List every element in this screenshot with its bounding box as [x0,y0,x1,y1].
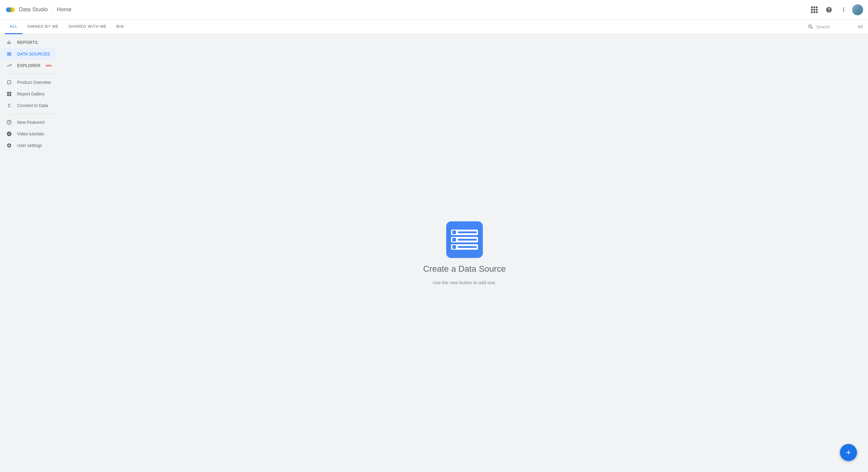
grid-apps-button[interactable] [808,4,820,16]
header: Data Studio Home [0,0,868,20]
sidebar-item-report-gallery-label: Report Gallery [17,92,44,96]
logo[interactable]: Data Studio [5,4,48,15]
sidebar-item-explorer-label: EXPLORER [17,63,40,68]
grid-view-icon [6,91,12,97]
empty-state-title: Create a Data Source [423,264,506,274]
empty-state-subtitle: Use the new button to add one. [433,280,496,285]
tab-shared-with-me[interactable]: SHARED WITH ME [63,20,112,34]
more-vert-icon [840,6,847,13]
ds-row-line-1 [458,231,477,233]
ds-row-2 [451,237,478,242]
trending-up-icon [6,63,12,68]
header-divider [52,6,53,13]
sort-az-button[interactable]: AZ [858,24,863,29]
data-studio-logo-icon [5,4,16,15]
sidebar-item-connect-to-data-label: Connect to Data [17,103,48,108]
sidebar-item-user-settings[interactable]: User settings [0,140,61,151]
table-rows-icon [6,51,12,57]
sidebar-item-connect-to-data[interactable]: Connect to Data [0,100,61,111]
ds-row-line-3 [458,246,477,248]
sidebar-item-product-overview-label: Product Overview [17,80,51,85]
sidebar: REPORTS DATA SOURCES EXPLORER labs [0,34,61,472]
sidebar-item-video-tutorials[interactable]: Video tutorials [0,128,61,140]
main-layout: REPORTS DATA SOURCES EXPLORER labs [0,34,868,472]
new-features-icon [6,120,12,125]
ds-row-square-2 [452,238,456,241]
help-button[interactable] [823,4,835,16]
avatar-image [852,4,863,15]
sidebar-item-product-overview[interactable]: Product Overview [0,76,61,88]
data-source-illustration [446,222,483,258]
sidebar-item-reports-label: REPORTS [17,40,37,45]
sidebar-item-report-gallery[interactable]: Report Gallery [0,88,61,100]
fab-plus-icon: + [846,448,851,458]
ds-row-square-3 [452,245,456,249]
page-title: Home [57,6,71,13]
settings-icon [6,143,12,148]
search-icon [808,24,814,30]
tab-all[interactable]: ALL [5,20,23,34]
sidebar-item-video-tutorials-label: Video tutorials [17,131,44,136]
ds-row-square-1 [452,231,456,234]
sidebar-item-explorer[interactable]: EXPLORER labs [0,60,57,71]
avatar[interactable] [852,4,863,15]
tab-bin[interactable]: BIN [112,20,128,34]
crop-square-icon [6,79,12,85]
sidebar-item-data-sources[interactable]: DATA SOURCES [0,48,57,60]
bar-chart-icon [6,40,12,45]
sidebar-item-data-sources-label: DATA SOURCES [17,52,50,57]
sidebar-item-reports[interactable]: REPORTS [0,37,57,48]
sidebar-divider-1 [5,74,56,74]
main-content: Create a Data Source Use the new button … [61,34,868,472]
fab-add-button[interactable]: + [840,444,857,461]
header-actions [808,4,863,16]
ds-row-line-2 [458,239,477,241]
play-circle-icon [6,131,12,137]
svg-point-2 [9,7,12,12]
empty-state: Create a Data Source Use the new button … [423,222,506,285]
tab-owned-by-me[interactable]: OWNED BY ME [23,20,63,34]
ds-row-1 [451,230,478,235]
search-input[interactable] [816,24,853,29]
search-area [808,24,853,30]
sidebar-item-new-features-label: New Features! [17,120,45,125]
ds-row-3 [451,244,478,250]
app-name: Data Studio [19,6,48,13]
more-options-button[interactable] [837,4,850,16]
merge-type-icon [6,103,12,108]
tabs-bar: ALL OWNED BY ME SHARED WITH ME BIN AZ [0,20,868,34]
sidebar-item-new-features[interactable]: New Features! [0,116,61,128]
help-icon [826,6,832,13]
sidebar-divider-2 [5,114,56,114]
grid-icon [811,6,818,13]
labs-badge: labs [46,64,52,67]
sidebar-item-user-settings-label: User settings [17,143,42,148]
